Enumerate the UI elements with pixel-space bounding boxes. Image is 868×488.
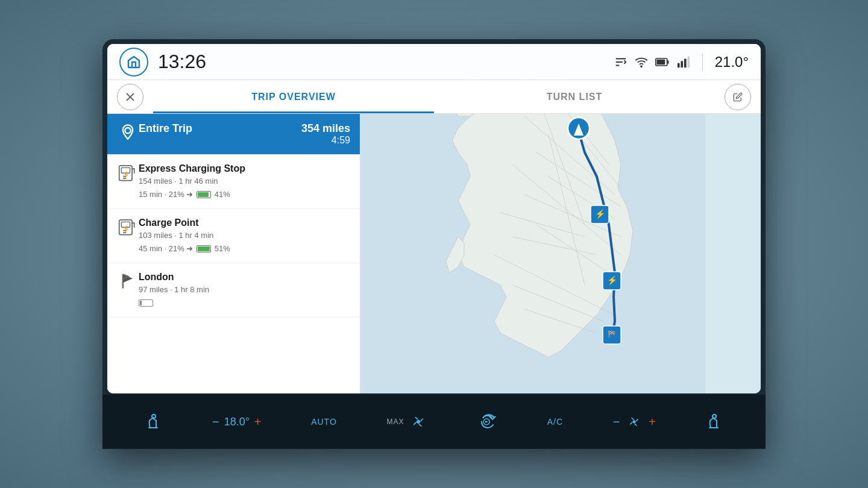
express-charging-sub1: 154 miles · 1 hr 46 min [139,175,350,187]
trip-row-express-charging[interactable]: Express Charging Stop 154 miles · 1 hr 4… [107,155,360,209]
temp-left-plus[interactable]: + [254,415,262,429]
charging-station-icon-2 [118,219,137,238]
express-charging-sub2: 15 min · 21% ➜ 41% [139,189,350,201]
fan-speed-group: − + [613,412,656,431]
express-charging-title: Express Charging Stop [139,163,350,174]
battery-fill-express [198,192,209,197]
svg-text:⚡: ⚡ [595,209,606,219]
auto-label: AUTO [311,417,337,427]
ac-label: A/C [547,417,563,427]
trip-row-entire-trip[interactable]: Entire Trip 354 miles 4:59 [107,114,360,155]
tab-turn-list[interactable]: TURN LIST [434,80,715,113]
main-screen: ⚡ ⚡ 🏁 13:26 [107,44,761,393]
charging-station-icon-1 [118,164,137,184]
edit-button[interactable] [725,84,751,110]
svg-rect-32 [681,61,683,67]
entire-trip-duration: 4:59 [301,135,350,146]
checkered-flag-icon [119,273,136,290]
home-icon [127,55,141,69]
recirculate-icon [478,412,497,431]
tab-trip-overview[interactable]: TRIP OVERVIEW [153,80,434,113]
trip-row-london[interactable]: London 97 miles · 1 hr 8 min [107,263,360,318]
ac-btn[interactable]: A/C [547,417,563,427]
trip-icon-charging-2 [117,217,139,238]
battery-fill-london [140,301,142,305]
svg-text:🏁: 🏁 [608,330,616,338]
svg-text:⚡: ⚡ [607,275,618,286]
express-charge-info: 15 min · 21% ➜ [139,190,195,199]
trip-row-charge-point[interactable]: Charge Point 103 miles · 1 hr 4 min 45 m… [107,209,360,263]
fan-speed-icon [624,412,644,431]
svg-point-51 [152,414,156,418]
pencil-icon [733,92,743,102]
svg-point-55 [712,414,716,418]
svg-point-27 [641,66,642,67]
chargepoint-charge-info: 45 min · 21% ➜ [139,244,195,253]
temperature-display: 21.0° [715,54,749,70]
battery-fill-chargepoint [198,246,210,251]
entire-trip-distance: 354 miles [301,122,350,135]
max-label: MAX [386,418,404,426]
svg-rect-31 [678,63,680,67]
chargepoint-distance: 103 miles · 1 hr 4 min [139,231,213,240]
tab-bar: TRIP OVERVIEW TURN LIST [107,80,761,114]
express-distance: 154 miles · 1 hr 46 min [139,177,218,186]
trip-row-content-london: London 97 miles · 1 hr 8 min [139,272,350,308]
battery-bar-chargepoint [197,245,211,252]
signal-icon [677,55,690,69]
trip-row-content-chargepoint: Charge Point 103 miles · 1 hr 4 min 45 m… [139,217,350,254]
london-distance: 97 miles · 1 hr 8 min [139,285,209,294]
trip-icon-location [117,122,139,140]
entire-trip-title: Entire Trip [139,122,297,135]
bottom-controls-bar: − 18.0° + AUTO MAX [102,395,766,449]
svg-point-52 [417,420,420,424]
seat-icon-left [145,412,162,431]
trip-icon-charging-1 [117,163,139,184]
svg-rect-30 [656,59,665,64]
svg-point-54 [633,421,636,424]
seat-heat-left[interactable] [145,412,162,431]
svg-rect-33 [684,58,687,67]
london-sub1: 97 miles · 1 hr 8 min [139,284,350,296]
close-icon [125,92,135,102]
close-button[interactable] [117,84,143,110]
max-fan: MAX [386,412,428,431]
status-divider [702,54,703,70]
sort-icon [614,55,627,69]
wifi-icon [635,55,648,69]
trip-row-meta-entire-trip: 354 miles 4:59 [297,122,350,146]
fan-speed-plus[interactable]: + [649,415,656,429]
car-display-frame: ⚡ ⚡ 🏁 13:26 [102,39,766,449]
battery-bar-express [197,191,211,198]
recirculate-btn[interactable] [478,412,497,431]
charge-point-title: Charge Point [139,217,350,228]
fan-icon[interactable] [409,412,428,431]
london-title: London [139,272,350,283]
home-button[interactable] [119,48,148,77]
battery-icon [655,55,670,69]
trip-row-content-entire-trip: Entire Trip [139,122,297,135]
london-battery [139,297,350,309]
trip-panel: Entire Trip 354 miles 4:59 [107,114,360,393]
charge-point-sub2: 45 min · 21% ➜ 51% [139,243,350,255]
svg-rect-34 [687,56,690,67]
svg-rect-45 [121,222,130,227]
svg-rect-39 [121,167,130,173]
time-display: 13:26 [158,51,206,73]
temp-left-group: − 18.0° + [212,415,262,429]
auto-mode[interactable]: AUTO [311,417,337,427]
charge-point-sub1: 103 miles · 1 hr 4 min [139,230,350,242]
battery-bar-london [139,299,153,307]
temp-left-display: 18.0° [224,416,250,428]
fan-speed-minus[interactable]: − [613,415,620,429]
svg-point-37 [125,128,130,133]
seat-icon-right [706,412,723,431]
temp-left-minus[interactable]: − [212,415,219,429]
trip-icon-flag [117,272,139,290]
seat-heat-right[interactable] [706,412,723,431]
status-icons-group: 21.0° [614,54,749,70]
status-bar: 13:26 [107,44,761,80]
trip-row-content-express: Express Charging Stop 154 miles · 1 hr 4… [139,163,350,200]
location-pin-icon [119,124,136,140]
